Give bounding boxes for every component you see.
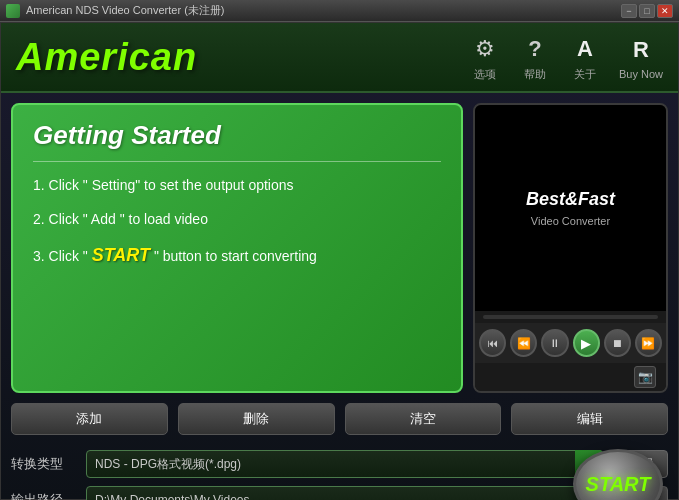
maximize-button[interactable]: □ xyxy=(639,4,655,18)
getting-started-title: Getting Started xyxy=(33,120,441,151)
output-path-row: 输出路径 浏览 xyxy=(11,486,668,500)
convert-type-label: 转换类型 xyxy=(11,455,76,473)
convert-type-input-container: ▼ xyxy=(86,450,603,478)
convert-type-row: 转换类型 ▼ 设置 xyxy=(11,450,668,478)
title-bar-left: American NDS Video Converter (未注册) xyxy=(6,3,224,18)
header: American ⚙ 选项 ? 帮助 A 关于 R Buy Now xyxy=(1,23,678,93)
header-actions: ⚙ 选项 ? 帮助 A 关于 R Buy Now xyxy=(469,33,663,82)
screenshot-button[interactable]: 📷 xyxy=(634,366,656,388)
pause-button[interactable]: ⏸ xyxy=(541,329,568,357)
help-label: 帮助 xyxy=(524,67,546,82)
next-button[interactable]: ⏩ xyxy=(635,329,662,357)
video-progress-bar[interactable] xyxy=(483,315,658,319)
output-path-input-container xyxy=(86,486,603,500)
video-controls: ⏮ ⏪ ⏸ ▶ ⏹ ⏩ xyxy=(475,323,666,363)
getting-started-panel: Getting Started 1. Click " Setting" to s… xyxy=(11,103,463,393)
video-screen: Best&Fast Video Converter xyxy=(475,105,666,311)
help-icon: ? xyxy=(519,33,551,65)
brand-bottom: Video Converter xyxy=(531,215,610,227)
help-action[interactable]: ? 帮助 xyxy=(519,33,551,82)
brand-top: Best&Fast xyxy=(526,189,615,211)
step-2: 2. Click " Add " to load video xyxy=(33,211,441,227)
start-button[interactable]: START xyxy=(573,449,663,500)
step-1: 1. Click " Setting" to set the output op… xyxy=(33,177,441,193)
rewind-button[interactable]: ⏮ xyxy=(479,329,506,357)
step-3: 3. Click " START " button to start conve… xyxy=(33,245,441,266)
main-content: Getting Started 1. Click " Setting" to s… xyxy=(1,93,678,403)
minimize-button[interactable]: − xyxy=(621,4,637,18)
app-window: American ⚙ 选项 ? 帮助 A 关于 R Buy Now Gettin… xyxy=(0,22,679,500)
video-panel: Best&Fast Video Converter ⏮ ⏪ ⏸ ▶ ⏹ ⏩ 📷 xyxy=(473,103,668,393)
app-logo: American xyxy=(16,36,197,79)
step-2-text: 2. Click " Add " to load video xyxy=(33,211,208,227)
start-highlight: START xyxy=(92,245,150,265)
start-button-container: START xyxy=(573,449,663,500)
divider xyxy=(33,161,441,162)
gear-icon: ⚙ xyxy=(469,33,501,65)
stop-button[interactable]: ⏹ xyxy=(604,329,631,357)
settings-label: 选项 xyxy=(474,67,496,82)
edit-button[interactable]: 编辑 xyxy=(511,403,668,435)
title-bar-controls: − □ ✕ xyxy=(621,4,673,18)
output-path-input[interactable] xyxy=(86,486,603,500)
about-icon: A xyxy=(569,33,601,65)
steps-list: 1. Click " Setting" to set the output op… xyxy=(33,177,441,266)
add-button[interactable]: 添加 xyxy=(11,403,168,435)
delete-button[interactable]: 删除 xyxy=(178,403,335,435)
about-action[interactable]: A 关于 xyxy=(569,33,601,82)
convert-type-input[interactable] xyxy=(86,450,603,478)
start-button-label: START xyxy=(586,473,651,496)
bottom-area: 转换类型 ▼ 设置 输出路径 浏览 START xyxy=(1,445,678,500)
about-label: 关于 xyxy=(574,67,596,82)
output-path-label: 输出路径 xyxy=(11,491,76,500)
clear-button[interactable]: 清空 xyxy=(345,403,502,435)
close-button[interactable]: ✕ xyxy=(657,4,673,18)
prev-button[interactable]: ⏪ xyxy=(510,329,537,357)
title-bar: American NDS Video Converter (未注册) − □ ✕ xyxy=(0,0,679,22)
buynow-icon: R xyxy=(625,34,657,66)
buynow-action[interactable]: R Buy Now xyxy=(619,34,663,80)
step-1-text: 1. Click " Setting" to set the output op… xyxy=(33,177,294,193)
title-bar-text: American NDS Video Converter (未注册) xyxy=(26,3,224,18)
play-button[interactable]: ▶ xyxy=(573,329,600,357)
file-buttons: 添加 删除 清空 编辑 xyxy=(1,403,678,435)
buynow-label: Buy Now xyxy=(619,68,663,80)
settings-action[interactable]: ⚙ 选项 xyxy=(469,33,501,82)
app-icon xyxy=(6,4,20,18)
step-3-text: 3. Click " START " button to start conve… xyxy=(33,248,317,264)
